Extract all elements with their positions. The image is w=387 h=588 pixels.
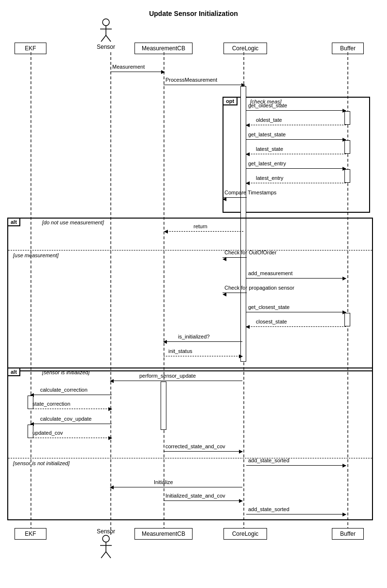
label-state-correction: state_correction [32, 401, 70, 407]
arrow-measurement: Measurement [110, 72, 164, 72]
activation-buffer-closest [344, 313, 350, 326]
label-initialize: Initialize [154, 479, 173, 485]
label-is-initialized: is_initialized? [178, 334, 209, 339]
activation-measurementcb [161, 382, 166, 430]
alt1-guard2: [use measurement] [13, 252, 59, 258]
activation-buffer-oldest [344, 111, 350, 125]
svg-point-5 [103, 535, 109, 542]
label-get-closest: get_closest_state [248, 304, 290, 310]
label-get-oldest: get_oldest_state [248, 103, 287, 108]
label-latest-entry: latest_entry [256, 175, 283, 181]
actor-sensor-bottom-label: Sensor [97, 528, 115, 535]
label-calculate-cov: calculate_cov_update [40, 416, 91, 422]
label-process-measurement: ProcessMeasurement [165, 77, 217, 83]
actor-sensor-top-label: Sensor [97, 44, 115, 50]
lifeline-corelogic-top: CoreLogic [223, 43, 267, 54]
label-add-measurement: add_measurement [248, 270, 293, 276]
label-closest-state: closest_state [256, 319, 287, 324]
label-updated-cov: updated_cov [32, 430, 63, 436]
opt-label: opt [223, 97, 238, 105]
alt2-divider [8, 458, 372, 458]
label-get-latest-entry: get_latest_entry [248, 161, 286, 166]
lifeline-ekf-bottom: EKF [15, 528, 46, 540]
activation-buffer-latest-state [344, 140, 350, 154]
lifeline-corelogic-bottom: CoreLogic [223, 528, 267, 540]
label-compare-timestamps: Compare Timestamps [224, 190, 277, 195]
label-oldest-tate: oldest_tate [256, 117, 282, 123]
lifeline-measurementcb-bottom: MeasurementCB [134, 528, 193, 540]
svg-line-3 [101, 35, 106, 42]
svg-line-9 [106, 552, 111, 558]
sequence-diagram: Update Sensor Initialization EKF Sensor … [0, 0, 387, 588]
svg-point-0 [103, 19, 109, 26]
lifeline-buffer-bottom: Buffer [332, 528, 364, 540]
alt1-label: alt [7, 218, 20, 226]
label-measurement: Measurement [112, 64, 145, 70]
activation-buffer-latest-entry [344, 169, 350, 183]
label-add-state-sorted-2: add_state_sorted [248, 506, 289, 512]
alt2-guard2: [sensor is not initialized] [13, 460, 70, 466]
label-corrected-state: corrected_state_and_cov [165, 443, 225, 449]
label-check-propagation: Check for propagation sensor [224, 285, 294, 291]
svg-line-4 [106, 35, 111, 42]
label-check-out-of-order: Check for OutOfOrder [224, 250, 277, 255]
label-perform-sensor-update: perform_sensor_update [139, 373, 196, 379]
label-get-latest-state: get_latest_state [248, 132, 286, 137]
label-initialized-state: Initialized_state_and_cov [165, 493, 225, 499]
label-init-status: init_status [168, 348, 193, 354]
actor-sensor-top: Sensor [97, 18, 115, 50]
alt1-guard1: [do not use measurement] [42, 220, 104, 225]
actor-sensor-bottom: Sensor [97, 528, 115, 559]
svg-line-8 [101, 552, 106, 558]
label-calculate-correction: calculate_correction [40, 387, 88, 393]
alt2-guard1: [sensor is initialized] [42, 369, 89, 375]
arrow-process-measurement: ProcessMeasurement [164, 85, 245, 85]
alt2-label: alt [7, 368, 20, 376]
alt1-divider [8, 250, 372, 250]
label-latest-state: latest_state [256, 146, 283, 152]
label-add-state-sorted-1: add_state_sorted [248, 457, 289, 463]
diagram-title: Update Sensor Initialization [0, 4, 387, 21]
label-return: return [194, 223, 208, 229]
